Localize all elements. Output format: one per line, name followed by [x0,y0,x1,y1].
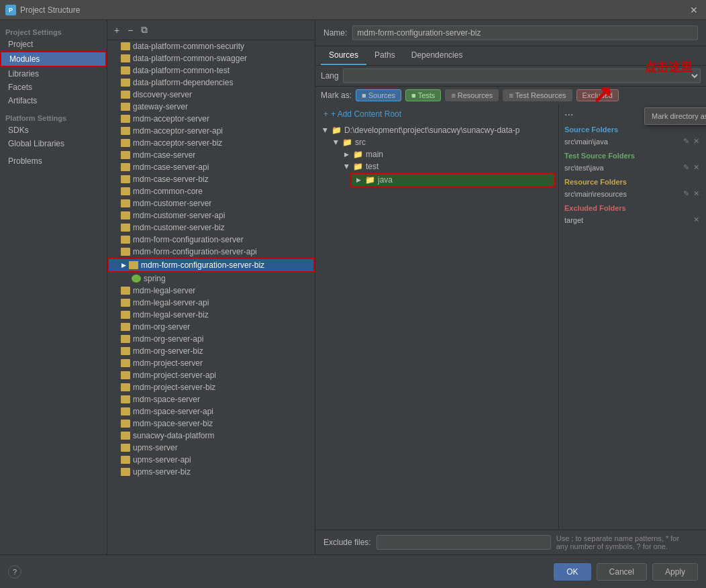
module-item-25[interactable]: mdm-project-server [107,357,315,369]
module-item-23[interactable]: mdm-org-server-api [107,333,315,345]
root-folder-icon: 📁 [332,126,342,135]
remove-excluded-folder-button[interactable]: ✕ [692,215,701,224]
module-item-17[interactable]: mdm-form-configuration-server-api [107,246,315,258]
folder-icon [121,127,130,135]
folder-icon [121,371,130,379]
module-item-0[interactable]: data-platform-common-security [107,40,315,52]
copy-module-button[interactable]: ⧉ [138,23,150,37]
module-item-15[interactable]: mdm-customer-server-biz [107,222,315,234]
module-item-selected[interactable]: mdm-form-configuration-server-biz [107,258,315,273]
remove-source-folder-button[interactable]: ✕ [692,137,701,146]
resource-folders-title: Resource Folders [564,178,701,186]
sidebar-item-sdks[interactable]: SDKs [0,124,107,137]
exclude-files-input[interactable] [376,535,551,550]
src-folder-icon: 📁 [342,138,352,147]
more-options-button[interactable]: ··· [564,109,578,120]
module-item-9[interactable]: mdm-case-server [107,149,315,161]
add-content-root-button[interactable]: + + Add Content Root [318,107,556,121]
project-settings-label: Project Settings [0,26,107,38]
module-item-32[interactable]: upms-server [107,442,315,454]
test-arrow[interactable] [342,162,350,170]
annotation-text: 点击这里 [644,59,693,75]
mark-sources-button[interactable]: ■ Sources [356,89,401,101]
folder-icon [121,359,130,367]
tree-test[interactable]: 📁 test [340,160,556,173]
remove-resource-folder-button[interactable]: ✕ [692,189,701,198]
tree-java[interactable]: 📁 java [350,173,556,187]
sidebar-item-libraries[interactable]: Libraries [0,67,107,81]
sidebar-item-global-libraries[interactable]: Global Libraries [0,137,107,150]
tab-paths[interactable]: Paths [366,46,403,65]
java-folder-icon: 📁 [365,175,375,185]
module-item-3[interactable]: data-platform-dependencies [107,77,315,89]
folder-icon [121,383,130,391]
close-button[interactable]: ✕ [687,3,701,17]
module-item-28[interactable]: mdm-space-server [107,393,315,405]
folder-icon [121,468,130,476]
sidebar-item-facets[interactable]: Facets [0,81,107,94]
sources-content: + + Add Content Root 📁 D:\development\pr… [315,104,706,530]
module-item-2[interactable]: data-platform-common-test [107,64,315,77]
folder-icon [121,139,130,147]
remove-module-button[interactable]: − [125,23,136,37]
module-item-33[interactable]: upms-server-api [107,454,315,466]
module-item-5[interactable]: gateway-server [107,101,315,113]
module-item-19[interactable]: mdm-legal-server [107,285,315,297]
module-item-26[interactable]: mdm-project-server-api [107,369,315,381]
src-arrow[interactable] [332,138,340,146]
mark-tests-button[interactable]: ■ Tests [405,89,441,101]
sidebar-item-artifacts[interactable]: Artifacts [0,94,107,107]
module-item-4[interactable]: discovery-server [107,89,315,101]
module-item-13[interactable]: mdm-customer-server [107,197,315,209]
add-module-button[interactable]: + [111,23,122,37]
test-folder-icon: 📁 [353,162,363,171]
source-tree: 📁 D:\development\project\sunacwy\sunacwy… [318,121,556,190]
sidebar-item-project[interactable]: Project [0,38,107,51]
sidebar-item-modules[interactable]: Modules [0,51,107,67]
mark-test-resources-button[interactable]: ≡ Test Resources [503,89,572,101]
ok-button[interactable]: OK [554,563,591,581]
main-arrow[interactable] [342,150,350,158]
apply-button[interactable]: Apply [652,563,698,581]
module-item-11[interactable]: mdm-case-server-biz [107,173,315,185]
remove-test-folder-button[interactable]: ✕ [692,163,701,172]
java-arrow[interactable] [354,176,362,184]
edit-source-folder-button[interactable]: ✎ [682,137,691,146]
module-item-8[interactable]: mdm-acceptor-server-biz [107,137,315,149]
annotation-arrow: ↗ [592,81,612,109]
module-item-1[interactable]: data-platform-common-swagger [107,52,315,64]
edit-resource-folder-button[interactable]: ✎ [682,189,691,198]
tab-sources[interactable]: Sources [321,46,366,65]
cancel-button[interactable]: Cancel [597,563,647,581]
tree-root[interactable]: 📁 D:\development\project\sunacwy\sunacwy… [318,124,556,136]
folder-icon [121,115,130,123]
module-item-14[interactable]: mdm-customer-server-api [107,209,315,222]
root-arrow[interactable] [321,126,329,134]
module-item-24[interactable]: mdm-org-server-biz [107,345,315,357]
sidebar-item-problems[interactable]: Problems [0,154,107,168]
module-item-31[interactable]: sunacwy-data-platform [107,430,315,442]
tab-dependencies[interactable]: Dependencies [403,46,471,65]
edit-test-folder-button[interactable]: ✎ [682,163,691,172]
mark-resources-button[interactable]: ≡ Resources [445,89,499,101]
module-item-spring[interactable]: spring [107,273,315,285]
tree-main[interactable]: 📁 main [340,148,556,160]
module-item-21[interactable]: mdm-legal-server-biz [107,309,315,321]
tree-src[interactable]: 📁 src [329,136,556,148]
module-item-30[interactable]: mdm-space-server-biz [107,418,315,430]
mark-as-label: Mark as: [321,91,352,100]
module-item-6[interactable]: mdm-acceptor-server [107,113,315,125]
module-item-29[interactable]: mdm-space-server-api [107,405,315,418]
module-item-12[interactable]: mdm-common-core [107,185,315,197]
help-button[interactable]: ? [8,565,21,579]
module-item-16[interactable]: mdm-form-configuration-server [107,234,315,246]
module-item-34[interactable]: upms-server-biz [107,466,315,478]
module-item-10[interactable]: mdm-case-server-api [107,161,315,173]
module-item-22[interactable]: mdm-org-server [107,321,315,333]
module-item-7[interactable]: mdm-acceptor-server-api [107,125,315,137]
folder-icon [121,187,130,195]
tree-expand-arrow[interactable] [119,261,128,269]
module-item-20[interactable]: mdm-legal-server-api [107,297,315,309]
module-item-27[interactable]: mdm-project-server-biz [107,381,315,393]
name-input[interactable] [352,26,698,40]
